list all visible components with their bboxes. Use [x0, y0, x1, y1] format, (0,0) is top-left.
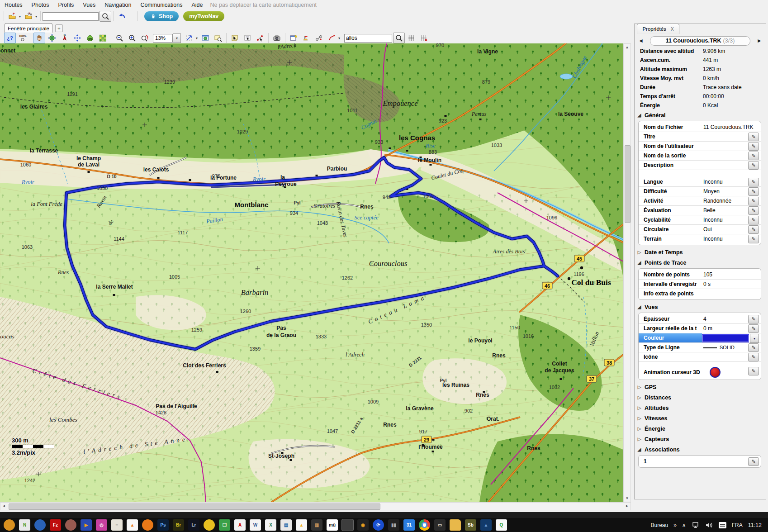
taskbar-launcher-icon[interactable]	[4, 519, 15, 531]
edit-pencil-button[interactable]: ✎	[748, 225, 759, 234]
track-title-capsule[interactable]: 11 Courouclous.TRK (3/3)	[650, 36, 750, 46]
hscroll-thumb[interactable]	[9, 504, 380, 510]
previous-zoom-button[interactable]	[139, 33, 151, 43]
menu-navigation[interactable]: Navigation	[100, 1, 136, 9]
minimap-button[interactable]	[199, 33, 211, 43]
newtrack-dropdown[interactable]: ▾	[337, 36, 341, 40]
view-3d-button[interactable]: 3D	[84, 33, 96, 43]
show-grid-button[interactable]	[405, 33, 417, 43]
open-tracks-button[interactable]	[22, 10, 35, 22]
edit-pencil-button[interactable]: ✎	[748, 367, 759, 375]
new-window-button[interactable]	[288, 33, 299, 43]
section-vues[interactable]: ◢Vues	[635, 302, 766, 312]
property-row[interactable]: Couleur▾	[639, 333, 761, 343]
taskbar-word-icon[interactable]: W	[250, 519, 261, 531]
edit-pencil-button[interactable]: ✎	[748, 353, 759, 361]
edit-pencil-button[interactable]: ✎	[748, 152, 759, 160]
edit-pencil-button[interactable]: ✎	[748, 178, 759, 186]
menu-routes[interactable]: Routes	[0, 1, 27, 9]
prev-track-button[interactable]: ◄	[638, 38, 647, 44]
object-info-tool-button[interactable]	[242, 33, 253, 43]
property-row[interactable]: ActivitéRandonnée✎	[639, 196, 761, 206]
edit-pencil-button[interactable]: ✎	[748, 161, 759, 170]
language-indicator[interactable]: FRA	[732, 522, 743, 528]
zoom-level-dropdown[interactable]: ▾	[173, 33, 181, 43]
taskbar-display-app-icon[interactable]: ▭	[434, 519, 446, 531]
menu-vues[interactable]: Vues	[78, 1, 100, 9]
scale-tool-button[interactable]	[183, 33, 195, 43]
tab-main-window[interactable]: Fenêtre principale	[5, 23, 52, 33]
taskbar-library-app-icon[interactable]: ▥	[311, 519, 322, 531]
scroll-right-arrow[interactable]: ►	[624, 503, 631, 509]
scroll-down-arrow[interactable]: ▼	[624, 495, 631, 502]
section-distances[interactable]: ▷Distances	[635, 392, 766, 403]
property-row[interactable]: Nombre de points105	[639, 270, 761, 280]
property-row[interactable]: Titre✎	[639, 132, 761, 142]
taskbar-chrome-icon[interactable]	[419, 519, 430, 531]
taskbar-notepad-plus-icon[interactable]: N	[19, 519, 30, 531]
section-capteurs[interactable]: ▷Capteurs	[635, 434, 766, 444]
taskbar-firefox-icon[interactable]	[142, 519, 153, 531]
property-row[interactable]: Icône✎	[639, 352, 761, 362]
info-mode-button[interactable]: ¿?	[4, 33, 16, 43]
close-tab-button[interactable]: X	[671, 27, 674, 32]
vscroll-thumb[interactable]	[625, 145, 631, 223]
taskbar-xnview-icon[interactable]	[204, 519, 215, 531]
clock[interactable]: 11:12	[748, 522, 762, 528]
taskbar-musescore-icon[interactable]: mû	[327, 519, 338, 531]
mosaic-view-button[interactable]	[97, 33, 109, 43]
taskbar-bridge-icon[interactable]: Br	[173, 519, 184, 531]
taskbar-acrobat-icon[interactable]: A	[234, 519, 246, 531]
hide-grid-button[interactable]	[418, 33, 430, 43]
new-track-button[interactable]	[326, 33, 337, 43]
taskbar-scrapbook-icon[interactable]: Sb	[465, 519, 476, 531]
measure-tool-button[interactable]	[254, 33, 266, 43]
zoom-level-combo[interactable]: 13%▾	[153, 33, 181, 43]
section-vitesses[interactable]: ▷Vitesses	[635, 413, 766, 423]
shop-button[interactable]: Shop	[144, 11, 179, 21]
property-row[interactable]: Type de LigneSOLID✎	[639, 343, 761, 352]
map-search-button[interactable]	[393, 33, 405, 43]
taskbar-lightroom-icon[interactable]: Lr	[188, 519, 199, 531]
edit-pencil-button[interactable]: ✎	[748, 235, 759, 243]
track-color-swatch[interactable]	[702, 334, 749, 342]
property-row[interactable]: Info extra de points	[639, 289, 761, 298]
taskbar-photoshop-icon[interactable]: Ps	[157, 519, 169, 531]
taskbar-photo-app-icon[interactable]: ◎	[96, 519, 107, 531]
taskbar-excel-icon[interactable]: X	[265, 519, 276, 531]
screenshot-button[interactable]	[271, 33, 283, 43]
volume-icon[interactable]	[705, 522, 713, 529]
zoom-window-button[interactable]	[212, 33, 224, 43]
edit-pencil-button[interactable]: ✎	[748, 457, 759, 466]
taskbar-ring-app-icon[interactable]: ◉	[357, 519, 369, 531]
desktop-toolbar-chevron[interactable]: »	[673, 522, 677, 528]
edit-pencil-button[interactable]: ✎	[748, 187, 759, 196]
property-row[interactable]: CirculaireOui✎	[639, 225, 761, 234]
property-row[interactable]: TerrainInconnu✎	[639, 234, 761, 243]
scaletool-dropdown[interactable]: ▾	[194, 36, 199, 40]
edit-pencil-button[interactable]: ✎	[748, 197, 759, 205]
mytwonav-button[interactable]: myTwoNav	[183, 11, 224, 21]
property-row[interactable]: LangueInconnu✎	[639, 177, 761, 187]
property-row[interactable]: Nom de l'utilisateur✎	[639, 142, 761, 151]
taskbar-chart-app-icon[interactable]: ▮▮	[388, 519, 399, 531]
section-g-n-ral[interactable]: ◢Général	[635, 110, 766, 120]
edit-pencil-button[interactable]: ✎	[748, 133, 759, 141]
section-gps[interactable]: ▷GPS	[635, 382, 766, 392]
property-row[interactable]: Description✎	[639, 161, 761, 170]
section-altitudes[interactable]: ▷Altitudes	[635, 403, 766, 413]
undo-button[interactable]	[115, 10, 128, 22]
taskbar-calendar-icon[interactable]: 31	[403, 519, 415, 531]
taskbar-media-player-icon[interactable]: ▶	[81, 519, 92, 531]
open-waypoints-button[interactable]	[6, 10, 19, 22]
taskbar-gdrive-icon[interactable]: ▲	[296, 519, 307, 531]
hidden-icons-button[interactable]: ∧	[682, 522, 686, 528]
zoom-in-button[interactable]	[126, 33, 138, 43]
orient-north-button[interactable]: N	[59, 33, 71, 43]
taskbar-copy-tool-icon[interactable]: ❐	[219, 519, 230, 531]
menu-photos[interactable]: Photos	[27, 1, 54, 9]
center-map-button[interactable]	[71, 33, 83, 43]
taskbar-news-app-icon[interactable]: ▤	[280, 519, 292, 531]
section-points-de-trace[interactable]: ◢Points de Trace	[635, 257, 766, 268]
scroll-left-arrow[interactable]: ◄	[0, 503, 7, 509]
